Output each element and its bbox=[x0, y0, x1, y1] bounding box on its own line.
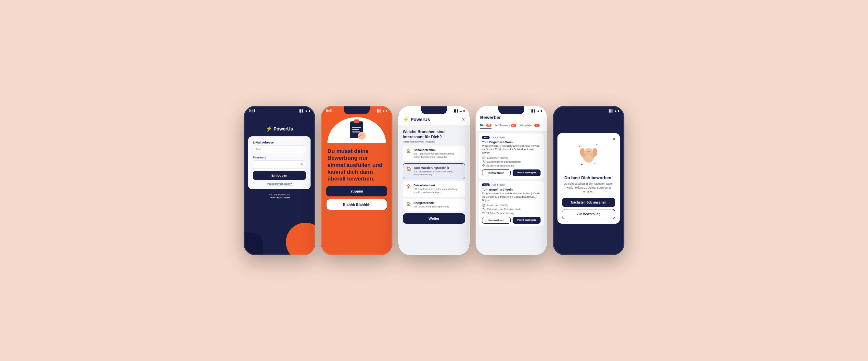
powerus-logo-3: ⚡ PowerUs bbox=[403, 116, 430, 122]
weiter-button[interactable]: Weiter bbox=[403, 213, 465, 224]
applicant-location-1: 🏠 Euskirchen (53879) bbox=[482, 203, 540, 207]
svg-point-5 bbox=[358, 132, 366, 140]
tab-neu[interactable]: Neu 60 bbox=[480, 123, 492, 129]
tab-prozess-badge: 60 bbox=[511, 124, 516, 127]
close-button-3[interactable]: ✕ bbox=[461, 117, 465, 122]
logo-text-3: PowerUs bbox=[411, 117, 430, 122]
svg-rect-1 bbox=[354, 120, 359, 123]
betrieb-icon: 🏠 bbox=[406, 184, 411, 189]
login-card: E-Mail Adresse Text Passwort 👁 Einloggen… bbox=[248, 136, 311, 189]
applicant-skill-1: 🔧 Elektroniker für Betriebstechnik bbox=[482, 207, 540, 211]
status-bar-5: 9:41 ▐▌▌ ▲ ▮ bbox=[553, 106, 624, 113]
applicant-experience-1: ⏱ 21 Jahre Berufserfahrung bbox=[482, 211, 540, 215]
email-input[interactable]: Text bbox=[253, 145, 306, 153]
phone-login: 9:41 ▐▌▌ ▲ ▮ ⚡ PowerUs E-Mail Adresse Te… bbox=[244, 106, 315, 255]
status-bar-1: 9:41 ▐▌▌ ▲ ▮ bbox=[244, 106, 315, 114]
bolt-icon: ⚡ bbox=[266, 126, 272, 132]
yuppiiii-button[interactable]: Yuppiiii bbox=[326, 186, 387, 196]
applicant-experience-0: ⏱ 21 Jahre Berufserfahrung bbox=[482, 164, 540, 167]
battery-icon-2: ▮ bbox=[386, 109, 387, 112]
branch-item-betrieb[interactable]: 🏠 Betriebstechnik z.B. Inbetriebnahme od… bbox=[403, 181, 465, 197]
svg-rect-2 bbox=[352, 127, 361, 128]
contact-button-0[interactable]: Kontaktieren bbox=[482, 169, 511, 176]
branch-name-0: Gebaudetechnik bbox=[413, 149, 462, 152]
branch-name-3: Energietechnik bbox=[413, 201, 448, 204]
navy-half-circle bbox=[244, 232, 263, 255]
wifi-icon-2: ▲ bbox=[382, 109, 385, 112]
password-label: Passwort bbox=[253, 156, 306, 159]
eye-icon[interactable]: 👁 bbox=[300, 163, 303, 166]
password-input[interactable]: 👁 bbox=[253, 160, 306, 168]
tab-im-prozess[interactable]: Im Prozess 60 bbox=[495, 123, 516, 129]
svg-text:✦: ✦ bbox=[593, 161, 596, 165]
branch-list: 🏠 Gebaudetechnik z.B. Technische Gebäu-d… bbox=[398, 146, 470, 211]
email-placeholder: Text bbox=[256, 148, 261, 151]
skill-icon-0: 🔧 bbox=[482, 160, 486, 163]
applicant-role-0: Programmierer / Inbetriebnahmetechniker … bbox=[482, 144, 540, 155]
wifi-icon-3: ▲ bbox=[460, 109, 462, 112]
applicant-name-1: Tom Engelhard-Wein bbox=[482, 188, 540, 191]
signal-icon-3: ▐▌▌ bbox=[453, 109, 459, 112]
blahhh-button[interactable]: Blahhh Blahhhh bbox=[326, 199, 387, 210]
forgot-password-link[interactable]: Passwort vergessen? bbox=[253, 183, 306, 185]
bottom-decoration bbox=[244, 210, 315, 255]
register-link[interactable]: Jetzt registrieren bbox=[269, 196, 290, 199]
tab-prozess-label: Im Prozess bbox=[495, 124, 510, 127]
branch-desc-0: z.B. Technische Gebäu-deausrüstung, Sich… bbox=[413, 152, 462, 159]
status-icons-4: ▐▌▌ ▲ ▮ bbox=[530, 109, 542, 112]
applicant-card-0: Neu Vor 4 Tagen Tom Engelhard-Wein Progr… bbox=[479, 133, 544, 179]
battery-icon-5: ▮ bbox=[618, 109, 619, 112]
svg-text:✦: ✦ bbox=[596, 143, 598, 146]
prayer-hands-svg: ✦ ✦ ✦ ✦ bbox=[576, 141, 601, 170]
badge-new-0: Neu bbox=[482, 136, 490, 139]
branch-item-energie[interactable]: 🏠 Energietechnik z.B. Solar, Wind, Hochs… bbox=[403, 199, 465, 211]
wifi-icon-4: ▲ bbox=[537, 109, 539, 112]
profile-button-1[interactable]: Profil anzeigen bbox=[513, 217, 540, 224]
exp-icon-1: ⏱ bbox=[482, 211, 485, 215]
phone-applicants: 9:41 ▐▌▌ ▲ ▮ Bewerber Neu 60 Im Prozess … bbox=[475, 106, 547, 255]
page-title-4: Bewerber bbox=[475, 113, 547, 122]
tab-abgelehnt[interactable]: Abgelehnt 60 bbox=[520, 123, 539, 129]
branch-item-gebaudetechnik[interactable]: 🏠 Gebaudetechnik z.B. Technische Gebäu-d… bbox=[403, 146, 465, 161]
status-icons-1: ▐▌▌ ▲ ▮ bbox=[299, 109, 310, 112]
zur-bewerbung-button[interactable]: Zur Bewerbung bbox=[562, 209, 615, 219]
skill-icon-1: 🔧 bbox=[482, 207, 486, 211]
battery-icon: ▮ bbox=[309, 109, 310, 112]
logo-area: ⚡ PowerUs bbox=[244, 114, 315, 136]
branch-desc-2: z.B. Inbetriebnahme oder Instandhaltung … bbox=[413, 188, 462, 194]
applicant-role-1: Programmierer / Inbetriebnahmetechniker … bbox=[482, 192, 540, 202]
tab-neu-badge: 60 bbox=[486, 124, 492, 127]
modal-close-button[interactable]: ✕ bbox=[612, 136, 616, 141]
applicant-card-1: Neu Vor 4 Tagen Tom Engelhard-Wein Progr… bbox=[479, 181, 544, 226]
badge-time-1: Vor 4 Tagen bbox=[491, 184, 506, 186]
svg-text:✦: ✦ bbox=[578, 144, 581, 148]
signal-icon-5: ▐▌▌ bbox=[608, 109, 613, 112]
wifi-icon: ▲ bbox=[305, 109, 308, 112]
logo-text: PowerUs bbox=[274, 126, 293, 131]
branch-item-automatisierung[interactable]: 🏠 Automatisierungstechnik z.B. Anlagenba… bbox=[403, 163, 465, 179]
branch-name-1: Automatisierungstechnik bbox=[414, 166, 462, 169]
status-time-2: 9:41 bbox=[326, 109, 333, 113]
question-title: Welche Branchen sind interessant für Dic… bbox=[398, 126, 470, 140]
contact-button-1[interactable]: Kontaktieren bbox=[482, 217, 511, 224]
register-text: Neu bei PowerUs? Jetzt registrieren bbox=[244, 193, 315, 199]
next-job-button[interactable]: Nächsten Job ansehen bbox=[562, 198, 615, 207]
phone-applied: 9:41 ▐▌▌ ▲ ▮ ✕ bbox=[553, 106, 624, 255]
white-arch bbox=[328, 117, 386, 143]
profile-button-0[interactable]: Profil anzeigen bbox=[513, 169, 540, 176]
badge-time-0: Vor 4 Tagen bbox=[491, 136, 506, 139]
phone-onboarding: 9:41 ▐▌▌ ▲ ▮ bbox=[321, 106, 393, 255]
svg-text:✦: ✦ bbox=[581, 163, 583, 166]
applied-modal: ✕ ✦ bbox=[557, 133, 620, 224]
applicant-location-0: 🏠 Euskirchen (53879) bbox=[482, 156, 540, 159]
applicant-skill-0: 🔧 Elektroniker für Betriebstechnik bbox=[482, 160, 540, 163]
login-button[interactable]: Einloggen bbox=[253, 171, 306, 180]
tab-neu-label: Neu bbox=[480, 123, 485, 127]
card-badges-0: Neu Vor 4 Tagen bbox=[482, 136, 540, 139]
email-label: E-Mail Adresse bbox=[253, 141, 306, 144]
wifi-icon-5: ▲ bbox=[614, 109, 617, 112]
modal-text: Du solltest schon in den nächsten Tagen … bbox=[562, 182, 615, 194]
automation-icon: 🏠 bbox=[406, 167, 411, 171]
signal-icon-2: ▐▌▌ bbox=[376, 109, 381, 112]
status-icons-5: ▐▌▌ ▲ ▮ bbox=[608, 109, 619, 112]
